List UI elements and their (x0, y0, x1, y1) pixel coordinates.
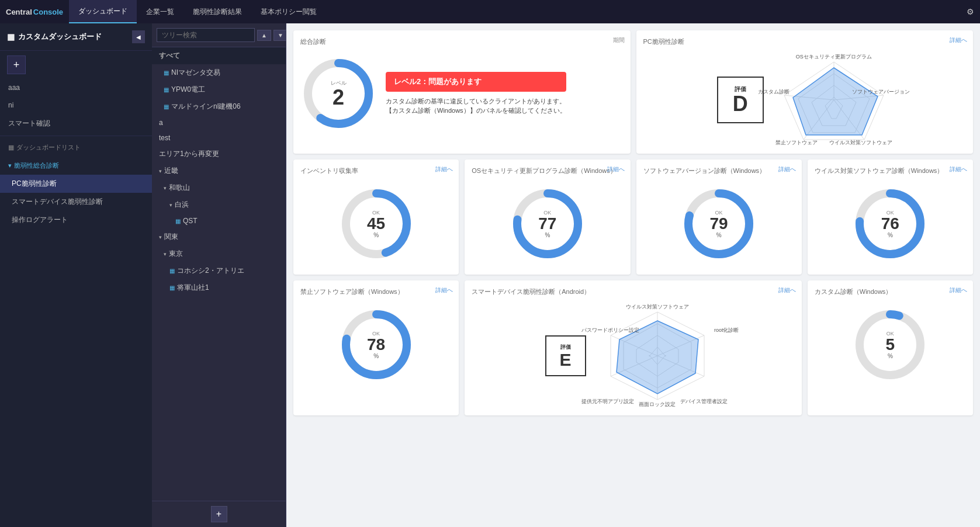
smart-android-detail-link[interactable]: 詳細へ (778, 286, 796, 294)
grid-icon: ▦ (7, 32, 15, 41)
chevron-icon: ▾ (159, 234, 162, 240)
nav-tab-dashboard[interactable]: ダッシュボード (69, 0, 137, 23)
tree-item-marudo[interactable]: ▦ マルドゥインnl建機06 (152, 98, 286, 115)
radar-label-ban: 禁止ソフトウェア (775, 139, 818, 147)
logo-central: Central (6, 8, 32, 16)
os-security-card: OSセキュリティ更新プログラム診断（Windows） 詳細へ OK 77 % (465, 160, 630, 275)
tree-item-shirahama[interactable]: ▾ 白浜 (152, 196, 286, 213)
antivirus-detail-link[interactable]: 詳細へ (950, 165, 967, 174)
chevron-icon: ▾ (164, 251, 167, 257)
period-label[interactable]: 期間 (613, 36, 625, 44)
company-icon: ▦ (164, 70, 169, 76)
sidebar-add-button[interactable]: + (7, 56, 26, 74)
company-icon: ▦ (169, 268, 175, 274)
os-security-donut: OK 77 % (510, 186, 586, 262)
android-label-passwd: パスワードポリシー設定 (581, 327, 639, 334)
chevron-icon: ▾ (8, 162, 12, 169)
antivirus-donut: OK 76 % (852, 186, 928, 262)
sidebar-collapse-button[interactable]: ◀ (132, 30, 145, 43)
antivirus-donut-container: OK 76 % (815, 180, 966, 268)
inventory-donut-container: OK 45 % (300, 180, 452, 268)
tree-item-kanto[interactable]: ▾ 関東 (152, 228, 286, 245)
tree-item-kinki[interactable]: ▾ 近畿 (152, 162, 286, 179)
top-navigation: Central Console ダッシュボード 企業一覧 脆弱性診断結果 基本ポ… (0, 0, 980, 23)
tree-item-qst[interactable]: ▦ QST (152, 213, 286, 228)
inventory-detail-link[interactable]: 詳細へ (435, 165, 453, 174)
tree-item-area1[interactable]: エリア1から再変更 (152, 145, 286, 162)
inventory-pct: % (367, 232, 385, 238)
custom-windows-value: 5 (886, 337, 895, 353)
custom-windows-title: カスタム診断（Windows） (815, 287, 966, 296)
pc-grade-box: 評価 D (717, 77, 764, 123)
sidebar-item-aaa[interactable]: aaa (0, 79, 152, 96)
tree-search-input[interactable] (157, 28, 255, 42)
software-version-pct: % (710, 232, 728, 238)
sidebar-item-smart[interactable]: スマート確認 (0, 114, 152, 133)
tree-panel: ▲ ▼ ◀ すべて ▦ NIマゼンタ交易 ▦ YPW0電工 ▦ マルドゥインnl… (152, 23, 286, 527)
os-security-value: 77 (538, 216, 556, 232)
nav-tab-policy[interactable]: 基本ポリシー閲覧 (251, 0, 326, 23)
grade-value: D (733, 93, 748, 115)
software-version-detail-link[interactable]: 詳細へ (778, 165, 796, 174)
tree-label: a (159, 119, 163, 127)
nav-tab-companies[interactable]: 企業一覧 (137, 0, 183, 23)
software-version-label: OK 79 % (710, 210, 728, 238)
custom-windows-donut-container: OK 5 % (815, 301, 966, 389)
os-security-pct: % (538, 232, 556, 238)
os-security-detail-link[interactable]: 詳細へ (607, 165, 625, 174)
tree-item-shogun[interactable]: ▦ 将軍山社1 (152, 279, 286, 296)
tree-item-tokyo[interactable]: ▾ 東京 (152, 245, 286, 262)
tree-items-container: すべて ▦ NIマゼンタ交易 ▦ YPW0電工 ▦ マルドゥインnl建機06 a… (152, 47, 286, 501)
software-version-donut: OK 79 % (681, 186, 757, 262)
sidebar-item-pc-vuln[interactable]: PC脆弱性診断 (0, 175, 152, 193)
antivirus-card: ウイルス対策ソフトウェア診断（Windows） 詳細へ OK 76 % (808, 160, 973, 275)
level-donut: レベル 2 (300, 56, 376, 131)
radar-container: 評価 D (643, 51, 967, 147)
tree-label: YPW0電工 (171, 85, 205, 95)
level-label: レベル 2 (331, 79, 347, 108)
banned-software-card: 禁止ソフトウェア診断（Windows） 詳細へ OK 78 % (293, 280, 459, 415)
tree-label: エリア1から再変更 (159, 149, 219, 159)
tree-item-ni-mazen[interactable]: ▦ NIマゼンタ交易 (152, 64, 286, 81)
os-security-label: OK 77 % (538, 210, 556, 238)
sidebar-vuln-section[interactable]: ▾ 脆弱性総合診断 (0, 157, 152, 175)
tree-search-up-button[interactable]: ▲ (257, 30, 271, 41)
tree-item-wakayama[interactable]: ▾ 和歌山 (152, 179, 286, 196)
pc-vuln-detail-link[interactable]: 詳細へ (950, 36, 967, 44)
tree-item-kohoshi[interactable]: ▦ コホシシ2・アトリエ (152, 262, 286, 279)
tree-label: test (159, 134, 170, 142)
os-security-title: OSセキュリティ更新プログラム診断（Windows） (472, 167, 623, 175)
radar-label-sw: ソフトウェアバージョン (852, 88, 910, 96)
software-version-title: ソフトウェアバージョン診断（Windows） (643, 167, 795, 175)
tree-item-a[interactable]: a (152, 115, 286, 130)
sidebar-title: ▦ カスタムダッシュボード (7, 32, 102, 42)
chevron-icon: ▾ (169, 202, 172, 208)
company-icon: ▦ (164, 86, 169, 93)
banned-software-donut: OK 78 % (338, 307, 414, 383)
gear-icon[interactable]: ⚙ (967, 7, 974, 16)
antivirus-title: ウイルス対策ソフトウェア診断（Windows） (815, 167, 966, 175)
tree-label: 関東 (164, 232, 178, 242)
tree-item-test[interactable]: test (152, 130, 286, 145)
sidebar-item-op-log[interactable]: 操作ログアラート (0, 211, 152, 229)
inventory-label: OK 45 % (367, 210, 385, 238)
tree-item-ypw0[interactable]: ▦ YPW0電工 (152, 81, 286, 98)
custom-windows-detail-link[interactable]: 詳細へ (950, 286, 967, 294)
custom-windows-pct: % (886, 353, 895, 359)
sidebar-item-ni[interactable]: ni (0, 96, 152, 114)
banned-software-value: 78 (367, 337, 385, 353)
sidebar-dashboard-list[interactable]: ▦ ダッシュボードリスト (0, 138, 152, 157)
company-icon: ▦ (164, 103, 169, 110)
software-version-donut-container: OK 79 % (643, 180, 795, 268)
software-version-value: 79 (710, 216, 728, 232)
tree-search-down-button[interactable]: ▼ (273, 30, 288, 41)
nav-tab-vuln-results[interactable]: 脆弱性診断結果 (183, 0, 251, 23)
android-label-av: ウイルス対策ソフトウェア (626, 303, 689, 311)
tree-add-button[interactable]: + (211, 506, 227, 522)
banned-software-pct: % (367, 353, 385, 359)
banned-software-detail-link[interactable]: 詳細へ (435, 286, 453, 294)
software-version-card: ソフトウェアバージョン診断（Windows） 詳細へ OK 79 % (636, 160, 802, 275)
sidebar-item-smart-vuln[interactable]: スマートデバイス脆弱性診断 (0, 193, 152, 211)
banned-software-donut-container: OK 78 % (300, 301, 452, 389)
tree-item-all[interactable]: すべて (152, 47, 286, 64)
